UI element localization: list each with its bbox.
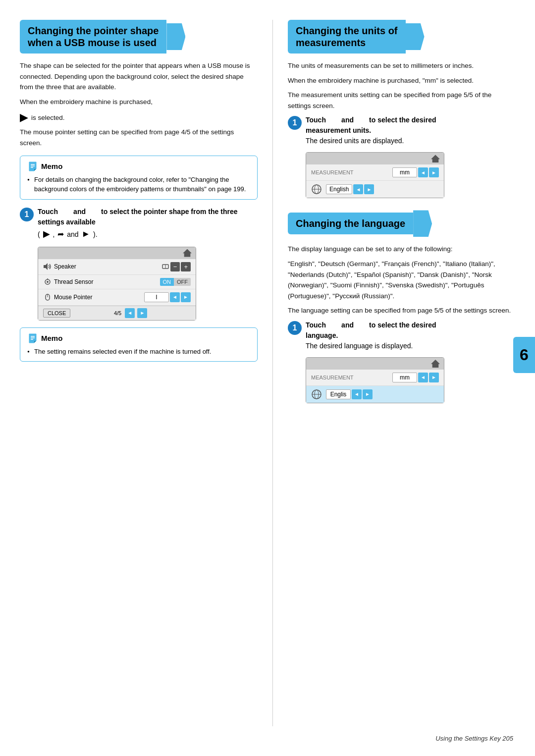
- panel1-close-bar: CLOSE 4/5: [38, 306, 196, 320]
- home-icon-1: [183, 249, 192, 257]
- panel3-next-btn1[interactable]: [429, 373, 439, 382]
- mouse-pointer-label: Mouse Pointer: [54, 294, 92, 301]
- page-next-btn[interactable]: [137, 308, 147, 318]
- column-divider: [272, 20, 273, 726]
- home-icon-2: [431, 155, 440, 162]
- mouse-pointer-icon: [43, 293, 52, 301]
- chapter-tab: 6: [513, 337, 535, 373]
- section2-body3: The measurement units setting can be spe…: [288, 90, 515, 111]
- speaker-icon: [43, 263, 52, 270]
- globe-icon: [311, 184, 323, 195]
- vol-plus-btn[interactable]: +: [181, 262, 191, 271]
- panel3-header: [306, 358, 444, 370]
- thread-icon-group: Thread Sensor: [43, 278, 93, 286]
- panel3-row1-value: mm: [392, 373, 417, 382]
- panel2-row1: MEASUREMENT mm: [306, 164, 444, 181]
- section2-title-box: Changing the units of measurements: [288, 20, 406, 54]
- step2-circle: 1: [288, 116, 302, 130]
- home-icon-3: [431, 360, 440, 368]
- panel1-row-thread: Thread Sensor ON OFF: [38, 275, 196, 289]
- section3-arrow: [413, 210, 432, 237]
- panel3-row2-value: Englis: [326, 389, 351, 399]
- mouse-next-btn[interactable]: [181, 292, 191, 302]
- section1-header: Changing the pointer shape when a USB mo…: [20, 20, 258, 54]
- section1-body2: When the embroidery machine is purchased…: [20, 97, 258, 108]
- memo-box-1: Memo For details on changing the backgro…: [20, 156, 258, 200]
- step3-text: Touch and to select the desired language…: [306, 320, 436, 351]
- section2-arrow: [406, 23, 425, 50]
- panel3-prev-btn1[interactable]: [418, 373, 428, 382]
- mouse-prev-btn[interactable]: [170, 292, 180, 302]
- step2-text: Touch and to select the desired measurem…: [306, 115, 436, 146]
- section3-title-box: Changing the language: [288, 213, 413, 234]
- section1-body1: The shape can be selected for the pointe…: [20, 60, 258, 93]
- step3-circle: 1: [288, 321, 302, 335]
- close-button[interactable]: CLOSE: [43, 309, 70, 318]
- panel2-next-btn2[interactable]: [364, 184, 374, 194]
- mouse-pointer-value: I: [144, 292, 169, 302]
- vol-minus-btn[interactable]: −: [170, 262, 180, 271]
- panel2-prev-btn1[interactable]: [418, 167, 428, 177]
- panel3-row2: Englis: [306, 386, 444, 403]
- globe-svg: [311, 184, 322, 195]
- panel2-row1-label: MEASUREMENT: [311, 169, 392, 175]
- panel2-row1-value: mm: [392, 167, 417, 177]
- panel1-header: [38, 247, 196, 259]
- section2-header: Changing the units of measurements: [288, 20, 515, 54]
- toggle-on-btn[interactable]: ON: [160, 278, 174, 286]
- panel3-prev-btn2[interactable]: [352, 389, 362, 399]
- section1-arrow: [166, 23, 185, 50]
- section2-body2: When the embroidery machine is purchased…: [288, 75, 515, 86]
- step3-row: 1 Touch and to select the desired langua…: [288, 320, 515, 351]
- memo-icon-1: [27, 161, 38, 172]
- globe-svg-2: [311, 389, 322, 400]
- section2-body1: The units of measurements can be set to …: [288, 60, 515, 71]
- step1-text: Touch and to select the pointer shape fr…: [38, 207, 258, 241]
- thread-icon: [43, 278, 52, 286]
- memo-title-2: Memo: [27, 333, 250, 344]
- globe-icon-2: [311, 389, 323, 400]
- section1-body3: is selected.: [31, 112, 65, 123]
- memo-item-1: For details on changing the background c…: [27, 175, 250, 194]
- cursor-icon1: ▶: [20, 111, 28, 124]
- memo-icon-2: [27, 333, 38, 344]
- left-column: Changing the pointer shape when a USB mo…: [20, 20, 258, 726]
- section3-title: Changing the language: [296, 217, 405, 229]
- settings-panel-1: Speaker − +: [38, 247, 196, 321]
- panel2-prev-btn2[interactable]: [353, 184, 363, 194]
- mouse-icon-group: Mouse Pointer: [43, 293, 92, 301]
- section3-body3: The language setting can be specified fr…: [288, 305, 515, 316]
- panel3-row1: MEASUREMENT mm: [306, 370, 444, 386]
- panel3-row1-label: MEASUREMENT: [311, 375, 392, 380]
- svg-marker-0: [44, 263, 48, 270]
- section3-body2: "English", "Deutsch (German)", "Français…: [288, 259, 515, 301]
- section2-title: Changing the units of measurements: [296, 25, 398, 49]
- memo-title-1: Memo: [27, 161, 250, 172]
- speaker-icon-group: Speaker: [43, 263, 76, 270]
- step2-row: 1 Touch and to select the desired measur…: [288, 115, 515, 146]
- panel2-header: [306, 153, 444, 164]
- toggle-off-btn[interactable]: OFF: [174, 278, 191, 286]
- memo-box-2: Memo The setting remains selected even i…: [20, 327, 258, 362]
- section1-title: Changing the pointer shape when a USB mo…: [28, 25, 159, 49]
- step1-circle: 1: [20, 208, 34, 221]
- settings-panel-3: MEASUREMENT mm Englis: [306, 357, 444, 403]
- page-footer: Using the Settings Key 205: [435, 735, 513, 742]
- cursor-line: ▶ is selected.: [20, 111, 258, 124]
- panel2-next-btn1[interactable]: [429, 167, 439, 177]
- step1-row: 1 Touch and to select the pointer shape …: [20, 207, 258, 241]
- section3-body1: The display language can be set to any o…: [288, 244, 515, 255]
- section1-title-box: Changing the pointer shape when a USB mo…: [20, 20, 166, 54]
- settings-panel-2: MEASUREMENT mm English: [306, 152, 444, 198]
- section1-body4: The mouse pointer setting can be specifi…: [20, 127, 258, 148]
- panel3-next-btn2[interactable]: [363, 389, 373, 399]
- panel2-row2-value: English: [326, 184, 352, 194]
- page: Changing the pointer shape when a USB mo…: [0, 0, 535, 756]
- page-fraction: 4/5: [70, 308, 191, 318]
- panel2-row2: English: [306, 181, 444, 198]
- volume-icon: [161, 263, 169, 270]
- panel1-row-mouse: Mouse Pointer I: [38, 289, 196, 306]
- right-column: Changing the units of measurements The u…: [288, 20, 515, 726]
- speaker-label: Speaker: [54, 263, 76, 270]
- page-prev-btn[interactable]: [125, 308, 135, 318]
